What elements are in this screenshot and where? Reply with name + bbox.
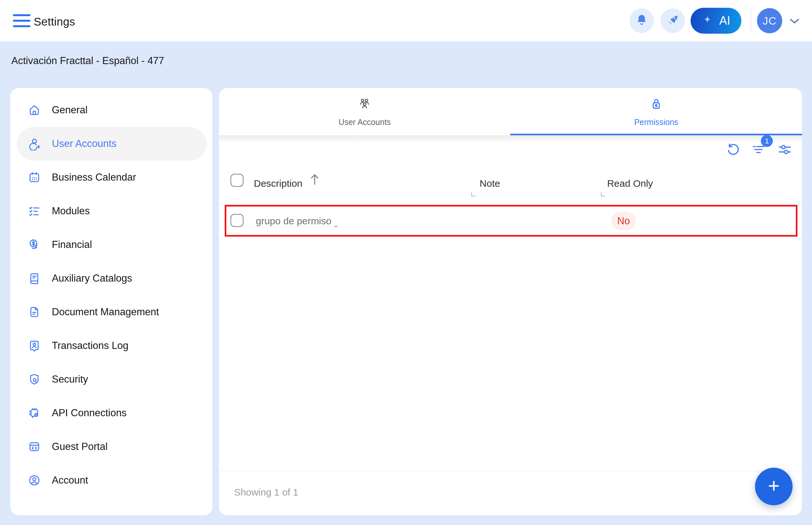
- page-title: Settings: [34, 15, 75, 28]
- whats-new-button[interactable]: [661, 9, 685, 33]
- breadcrumb: Activación Fracttal - Español - 477: [11, 42, 164, 80]
- header-divider: [751, 9, 751, 33]
- refresh-button[interactable]: [726, 142, 741, 157]
- settings-sidebar: General User Accounts Business Calendar …: [10, 88, 212, 515]
- row-checkbox[interactable]: [231, 214, 243, 227]
- permissions-panel: User Accounts Permissions 1 Description: [219, 88, 802, 515]
- row-description[interactable]: grupo de permiso: [256, 215, 331, 227]
- sidebar-item-transactions-log[interactable]: Transactions Log: [17, 329, 207, 362]
- sidebar-item-label: Auxiliary Catalogs: [52, 272, 132, 284]
- tabbar-shadow: [219, 135, 802, 143]
- chevron-down-icon[interactable]: [789, 17, 800, 27]
- column-settings-button[interactable]: [777, 142, 793, 157]
- sort-ascending-icon[interactable]: [308, 172, 321, 188]
- rocket-icon: [666, 14, 679, 28]
- badge-user-icon: [28, 339, 41, 352]
- sidebar-item-document-management[interactable]: Document Management: [17, 295, 207, 329]
- sidebar-item-label: User Accounts: [52, 138, 117, 150]
- home-icon: [28, 103, 41, 117]
- plus-icon: +: [768, 476, 780, 496]
- sidebar-item-label: Transactions Log: [52, 340, 129, 351]
- bell-icon: [635, 14, 648, 28]
- tab-label: User Accounts: [339, 118, 391, 127]
- active-tab-indicator: [510, 134, 802, 135]
- sidebar-item-financial[interactable]: Financial: [17, 228, 207, 261]
- column-header-read-only[interactable]: Read Only: [598, 178, 662, 189]
- ai-button-label: AI: [719, 14, 730, 28]
- shield-icon: [28, 373, 41, 386]
- sidebar-item-modules[interactable]: Modules: [17, 194, 207, 228]
- sidebar-item-business-calendar[interactable]: Business Calendar: [17, 161, 207, 194]
- sidebar-item-account[interactable]: Account: [17, 464, 207, 497]
- header-divider-line: [219, 204, 802, 204]
- sidebar-item-label: Document Management: [52, 306, 159, 318]
- column-resize-handle[interactable]: [601, 192, 605, 196]
- book-icon: [28, 272, 41, 285]
- sidebar-item-general[interactable]: General: [17, 93, 207, 127]
- sidebar-item-api-connections[interactable]: API Connections: [17, 396, 207, 430]
- user-add-icon: [28, 137, 41, 150]
- sidebar-item-label: Business Calendar: [52, 171, 136, 183]
- tab-label: Permissions: [634, 118, 678, 127]
- hamburger-menu-icon[interactable]: [13, 14, 31, 28]
- tab-user-accounts[interactable]: User Accounts: [219, 88, 511, 135]
- sidebar-item-label: Financial: [52, 239, 92, 251]
- select-all-checkbox[interactable]: [231, 174, 243, 187]
- sidebar-item-security[interactable]: Security: [17, 362, 207, 396]
- sidebar-item-user-accounts[interactable]: User Accounts: [17, 127, 207, 161]
- tab-bar: User Accounts Permissions: [219, 88, 802, 135]
- tab-permissions[interactable]: Permissions: [511, 88, 802, 135]
- sub-header-band: Activación Fracttal - Español - 477 Save: [0, 42, 812, 80]
- filter-count-badge: 1: [761, 135, 773, 147]
- row-divider-line: [219, 238, 802, 238]
- column-header-note[interactable]: Note: [464, 178, 516, 189]
- document-icon: [28, 305, 41, 319]
- settings-page: Settings: [0, 0, 812, 525]
- notifications-button[interactable]: [630, 9, 654, 33]
- top-app-bar: Settings: [0, 0, 812, 42]
- sidebar-item-label: Modules: [52, 205, 90, 217]
- users-group-icon: [357, 97, 372, 112]
- text-cursor-artifact: [335, 226, 337, 227]
- sparkle-icon: [702, 14, 713, 27]
- footer-divider-line: [219, 471, 802, 471]
- lock-icon: [649, 97, 663, 112]
- avatar[interactable]: JC: [757, 8, 782, 33]
- add-button[interactable]: +: [755, 468, 793, 505]
- sidebar-item-label: Guest Portal: [52, 441, 107, 452]
- pagination-status: Showing 1 of 1: [234, 487, 298, 498]
- read-only-value-badge[interactable]: No: [611, 212, 636, 230]
- chip-gear-icon: [28, 406, 41, 420]
- ai-assistant-button[interactable]: AI: [691, 8, 741, 34]
- sidebar-item-label: Account: [52, 475, 88, 486]
- column-header-description[interactable]: Description: [254, 178, 302, 189]
- sidebar-item-label: Security: [52, 374, 88, 385]
- portal-code-icon: [28, 440, 41, 453]
- user-circle-icon: [28, 474, 41, 487]
- coins-icon: [28, 238, 41, 252]
- calendar-icon: [28, 170, 41, 184]
- sidebar-item-label: API Connections: [52, 407, 127, 419]
- sidebar-item-auxiliary-catalogs[interactable]: Auxiliary Catalogs: [17, 261, 207, 295]
- sidebar-item-guest-portal[interactable]: Guest Portal: [17, 430, 207, 464]
- column-resize-handle[interactable]: [471, 192, 476, 196]
- sidebar-item-label: General: [52, 104, 87, 116]
- checklist-icon: [28, 204, 41, 218]
